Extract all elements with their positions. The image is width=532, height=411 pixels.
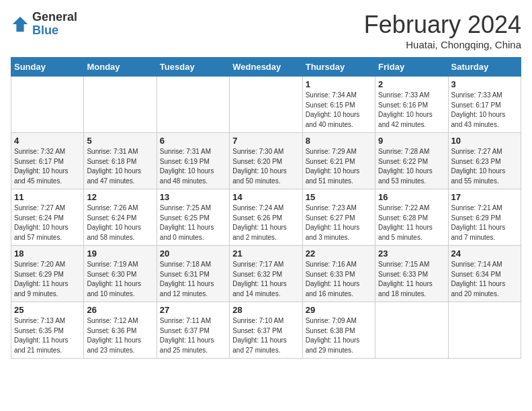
day-info: Sunrise: 7:10 AM Sunset: 6:37 PM Dayligh…	[232, 316, 299, 355]
day-info: Sunrise: 7:23 AM Sunset: 6:27 PM Dayligh…	[306, 203, 372, 242]
calendar-day-cell: 9Sunrise: 7:28 AM Sunset: 6:22 PM Daylig…	[375, 133, 448, 189]
day-number: 11	[14, 192, 81, 202]
calendar-day-cell: 19Sunrise: 7:19 AM Sunset: 6:30 PM Dayli…	[84, 246, 157, 302]
calendar-day-cell: 21Sunrise: 7:17 AM Sunset: 6:32 PM Dayli…	[230, 246, 302, 302]
calendar-day-cell: 10Sunrise: 7:27 AM Sunset: 6:23 PM Dayli…	[448, 133, 521, 189]
day-number: 5	[87, 136, 153, 146]
calendar-day-cell: 5Sunrise: 7:31 AM Sunset: 6:18 PM Daylig…	[84, 133, 157, 189]
day-info: Sunrise: 7:14 AM Sunset: 6:34 PM Dayligh…	[451, 260, 518, 299]
logo: General Blue	[11, 11, 77, 38]
calendar-day-cell	[84, 77, 157, 133]
day-info: Sunrise: 7:26 AM Sunset: 6:24 PM Dayligh…	[87, 203, 153, 242]
logo-icon	[11, 15, 30, 34]
calendar-day-cell: 6Sunrise: 7:31 AM Sunset: 6:19 PM Daylig…	[157, 133, 229, 189]
day-info: Sunrise: 7:22 AM Sunset: 6:28 PM Dayligh…	[378, 203, 445, 242]
calendar-day-cell: 13Sunrise: 7:25 AM Sunset: 6:25 PM Dayli…	[157, 189, 229, 246]
weekday-header-thursday: Thursday	[302, 58, 375, 77]
weekday-header-saturday: Saturday	[448, 58, 521, 77]
day-info: Sunrise: 7:24 AM Sunset: 6:26 PM Dayligh…	[232, 203, 299, 242]
day-number: 6	[160, 136, 226, 146]
day-info: Sunrise: 7:33 AM Sunset: 6:17 PM Dayligh…	[451, 91, 518, 130]
calendar-day-cell: 16Sunrise: 7:22 AM Sunset: 6:28 PM Dayli…	[375, 189, 448, 246]
calendar-day-cell: 2Sunrise: 7:33 AM Sunset: 6:16 PM Daylig…	[375, 77, 448, 133]
day-number: 16	[378, 192, 445, 202]
month-title: February 2024	[364, 11, 521, 39]
calendar-day-cell: 28Sunrise: 7:10 AM Sunset: 6:37 PM Dayli…	[230, 302, 302, 359]
day-info: Sunrise: 7:25 AM Sunset: 6:25 PM Dayligh…	[160, 203, 226, 242]
logo-general-text: General	[32, 11, 77, 24]
day-info: Sunrise: 7:29 AM Sunset: 6:21 PM Dayligh…	[306, 147, 372, 186]
calendar-day-cell	[375, 302, 448, 359]
day-info: Sunrise: 7:12 AM Sunset: 6:36 PM Dayligh…	[87, 316, 153, 355]
day-number: 12	[87, 192, 153, 202]
calendar-day-cell: 29Sunrise: 7:09 AM Sunset: 6:38 PM Dayli…	[302, 302, 375, 359]
calendar-day-cell: 1Sunrise: 7:34 AM Sunset: 6:15 PM Daylig…	[302, 77, 375, 133]
weekday-header-row: SundayMondayTuesdayWednesdayThursdayFrid…	[11, 58, 521, 77]
weekday-header-wednesday: Wednesday	[230, 58, 302, 77]
day-number: 3	[451, 79, 518, 89]
day-number: 13	[160, 192, 226, 202]
weekday-header-friday: Friday	[375, 58, 448, 77]
day-info: Sunrise: 7:20 AM Sunset: 6:29 PM Dayligh…	[14, 260, 81, 299]
day-info: Sunrise: 7:11 AM Sunset: 6:37 PM Dayligh…	[160, 316, 226, 355]
day-number: 27	[160, 305, 226, 315]
logo-blue-text: Blue	[32, 24, 77, 38]
day-info: Sunrise: 7:28 AM Sunset: 6:22 PM Dayligh…	[378, 147, 445, 186]
day-info: Sunrise: 7:27 AM Sunset: 6:23 PM Dayligh…	[451, 147, 518, 186]
day-number: 4	[14, 136, 81, 146]
day-number: 26	[87, 305, 153, 315]
calendar-day-cell: 17Sunrise: 7:21 AM Sunset: 6:29 PM Dayli…	[448, 189, 521, 246]
day-number: 21	[232, 248, 299, 259]
calendar-day-cell	[157, 77, 229, 133]
page-header: General Blue February 2024 Huatai, Chong…	[11, 11, 521, 50]
calendar-day-cell: 15Sunrise: 7:23 AM Sunset: 6:27 PM Dayli…	[302, 189, 375, 246]
day-info: Sunrise: 7:15 AM Sunset: 6:33 PM Dayligh…	[378, 260, 445, 299]
day-number: 19	[87, 248, 153, 259]
day-info: Sunrise: 7:16 AM Sunset: 6:33 PM Dayligh…	[306, 260, 372, 299]
calendar-day-cell: 25Sunrise: 7:13 AM Sunset: 6:35 PM Dayli…	[11, 302, 84, 359]
svg-marker-0	[13, 17, 28, 32]
logo-text: General Blue	[32, 11, 77, 38]
calendar-day-cell	[11, 77, 84, 133]
calendar-day-cell: 11Sunrise: 7:27 AM Sunset: 6:24 PM Dayli…	[11, 189, 84, 246]
day-number: 25	[14, 305, 81, 315]
day-number: 29	[306, 305, 372, 315]
day-number: 8	[306, 136, 372, 146]
day-number: 7	[232, 136, 299, 146]
weekday-header-sunday: Sunday	[11, 58, 84, 77]
day-info: Sunrise: 7:31 AM Sunset: 6:18 PM Dayligh…	[87, 147, 153, 186]
day-info: Sunrise: 7:13 AM Sunset: 6:35 PM Dayligh…	[14, 316, 81, 355]
calendar-day-cell: 3Sunrise: 7:33 AM Sunset: 6:17 PM Daylig…	[448, 77, 521, 133]
day-info: Sunrise: 7:33 AM Sunset: 6:16 PM Dayligh…	[378, 91, 445, 130]
calendar-week-row: 4Sunrise: 7:32 AM Sunset: 6:17 PM Daylig…	[11, 133, 521, 189]
title-block: February 2024 Huatai, Chongqing, China	[364, 11, 521, 50]
day-number: 17	[451, 192, 518, 202]
calendar-week-row: 1Sunrise: 7:34 AM Sunset: 6:15 PM Daylig…	[11, 77, 521, 133]
day-number: 24	[451, 248, 518, 259]
calendar-week-row: 11Sunrise: 7:27 AM Sunset: 6:24 PM Dayli…	[11, 189, 521, 246]
calendar-day-cell	[230, 77, 302, 133]
calendar-day-cell: 27Sunrise: 7:11 AM Sunset: 6:37 PM Dayli…	[157, 302, 229, 359]
calendar-day-cell: 22Sunrise: 7:16 AM Sunset: 6:33 PM Dayli…	[302, 246, 375, 302]
calendar-day-cell: 23Sunrise: 7:15 AM Sunset: 6:33 PM Dayli…	[375, 246, 448, 302]
day-info: Sunrise: 7:09 AM Sunset: 6:38 PM Dayligh…	[306, 316, 372, 355]
day-number: 15	[306, 192, 372, 202]
day-number: 28	[232, 305, 299, 315]
calendar-day-cell: 14Sunrise: 7:24 AM Sunset: 6:26 PM Dayli…	[230, 189, 302, 246]
calendar-day-cell: 26Sunrise: 7:12 AM Sunset: 6:36 PM Dayli…	[84, 302, 157, 359]
day-number: 20	[160, 248, 226, 259]
day-number: 2	[378, 79, 445, 89]
calendar-day-cell: 12Sunrise: 7:26 AM Sunset: 6:24 PM Dayli…	[84, 189, 157, 246]
day-info: Sunrise: 7:27 AM Sunset: 6:24 PM Dayligh…	[14, 203, 81, 242]
day-number: 9	[378, 136, 445, 146]
calendar-day-cell: 7Sunrise: 7:30 AM Sunset: 6:20 PM Daylig…	[230, 133, 302, 189]
day-info: Sunrise: 7:30 AM Sunset: 6:20 PM Dayligh…	[232, 147, 299, 186]
calendar-day-cell: 4Sunrise: 7:32 AM Sunset: 6:17 PM Daylig…	[11, 133, 84, 189]
calendar-day-cell	[448, 302, 521, 359]
day-info: Sunrise: 7:21 AM Sunset: 6:29 PM Dayligh…	[451, 203, 518, 242]
day-info: Sunrise: 7:19 AM Sunset: 6:30 PM Dayligh…	[87, 260, 153, 299]
day-number: 23	[378, 248, 445, 259]
day-number: 18	[14, 248, 81, 259]
location: Huatai, Chongqing, China	[364, 39, 521, 50]
calendar-week-row: 25Sunrise: 7:13 AM Sunset: 6:35 PM Dayli…	[11, 302, 521, 359]
